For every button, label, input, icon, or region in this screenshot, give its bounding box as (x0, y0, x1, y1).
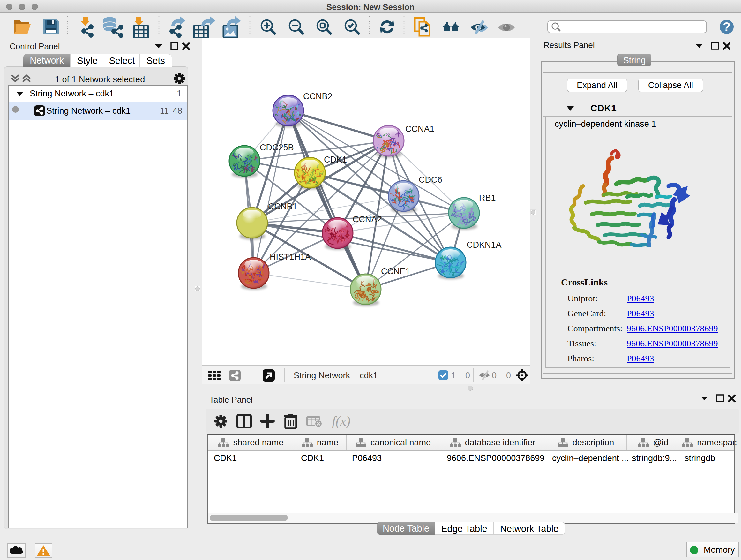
svg-text:f(x): f(x) (332, 414, 350, 429)
svg-text:CDK1: CDK1 (324, 155, 347, 165)
svg-text:RB1: RB1 (479, 193, 496, 203)
svg-text:?: ? (723, 20, 731, 34)
svg-text:0 – 0: 0 – 0 (492, 371, 511, 380)
svg-text:CCNB1: CCNB1 (268, 202, 297, 211)
svg-text:CCNB2: CCNB2 (303, 91, 333, 101)
svg-text:CCNA1: CCNA1 (405, 124, 434, 134)
svg-text:String Network – cdk1: String Network – cdk1 (293, 371, 378, 380)
svg-text:CCNA2: CCNA2 (353, 214, 382, 224)
svg-text:CCNE1: CCNE1 (381, 266, 410, 276)
svg-text:HIST1H1A: HIST1H1A (270, 252, 311, 262)
svg-text:CDC6: CDC6 (419, 175, 442, 185)
svg-text:CDC25B: CDC25B (260, 143, 294, 152)
svg-text:CDKN1A: CDKN1A (467, 240, 502, 250)
svg-text:1 – 0: 1 – 0 (451, 371, 470, 380)
